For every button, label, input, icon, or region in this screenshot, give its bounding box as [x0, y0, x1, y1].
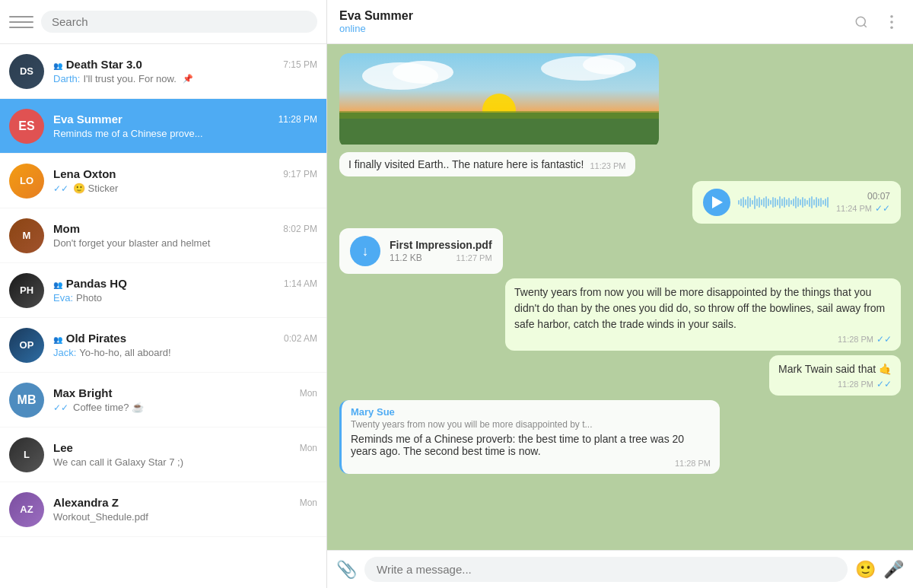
- waveform-bar: [779, 196, 781, 208]
- group-icon-death-star: 👥: [53, 62, 65, 70]
- chat-header: Eva Summer online: [327, 0, 913, 44]
- group-icon-old-pirates: 👥: [53, 335, 65, 344]
- voice-message: 00:07 11:24 PM ✓✓: [692, 181, 901, 224]
- chat-name-row-pandas-hq: 👥 Pandas HQ1:14 AM: [53, 277, 317, 290]
- voice-time: 11:24 PM: [836, 204, 872, 213]
- chat-item-lena-oxton[interactable]: LOLena Oxton9:17 PM✓✓ 🙂 Sticker: [0, 154, 326, 208]
- attach-icon[interactable]: 📎: [336, 560, 357, 580]
- chat-info-eva-summer: Eva Summer11:28 PMReminds me of a Chines…: [53, 113, 317, 139]
- msg-time-1: 11:28 PM: [838, 335, 873, 344]
- waveform-bar: [804, 199, 806, 206]
- voice-duration: 00:07: [867, 191, 890, 202]
- emoji-icon[interactable]: 🙂: [855, 560, 876, 580]
- search-chat-icon[interactable]: [852, 13, 870, 31]
- play-button[interactable]: [703, 189, 730, 216]
- svg-line-1: [864, 24, 866, 27]
- waveform-bar: [795, 196, 797, 208]
- waveform-bar: [754, 195, 756, 209]
- chat-item-mom[interactable]: MMom8:02 PMDon't forget your blaster and…: [0, 208, 326, 263]
- search-input[interactable]: [52, 15, 307, 28]
- avatar-death-star: DS: [9, 54, 44, 89]
- mic-icon[interactable]: 🎤: [883, 560, 904, 580]
- waveform-bar: [752, 200, 753, 205]
- file-time: 11:27 PM: [456, 253, 491, 262]
- menu-icon[interactable]: [9, 10, 33, 34]
- chat-info-pandas-hq: 👥 Pandas HQ1:14 AMEva: Photo: [53, 277, 317, 304]
- download-button[interactable]: ↓: [350, 236, 380, 266]
- chat-item-lee[interactable]: LLeeMonWe can call it Galaxy Star 7 ;): [0, 427, 326, 482]
- waveform-bar: [806, 200, 808, 205]
- chat-item-max-bright[interactable]: MBMax BrightMon✓✓ Coffee time? ☕: [0, 373, 326, 427]
- waveform-bar: [822, 200, 824, 205]
- caption-message: I finally visited Earth.. The nature her…: [339, 152, 635, 176]
- chat-preview-pandas-hq: Eva: Photo: [53, 292, 317, 304]
- chat-item-pandas-hq[interactable]: PH👥 Pandas HQ1:14 AMEva: Photo: [0, 263, 326, 318]
- outgoing-message-1: Twenty years from now you will be more d…: [505, 278, 901, 351]
- header-actions: [852, 13, 901, 31]
- chat-preview-eva-summer: Reminds me of a Chinese prove...: [53, 128, 317, 139]
- waveform-bar: [816, 197, 817, 208]
- chat-name-row-mom: Mom8:02 PM: [53, 222, 317, 235]
- chat-preview-mom: Don't forget your blaster and helmet: [53, 237, 317, 249]
- quote-message: Mary Sue Twenty years from now you will …: [339, 400, 720, 474]
- waveform-bar: [813, 199, 815, 205]
- avatar-eva-summer: ES: [9, 109, 44, 144]
- search-box[interactable]: [41, 11, 317, 33]
- more-options-icon[interactable]: [883, 13, 901, 31]
- message-text-1: Twenty years from now you will be more d…: [514, 284, 892, 332]
- sidebar-header: [0, 0, 326, 44]
- waveform-bar: [781, 199, 783, 206]
- outgoing-message-2: Mark Twain said that 🤙 11:28 PM ✓✓: [769, 355, 901, 396]
- chat-sender-death-star: Darth:: [53, 73, 80, 84]
- waveform-bar: [756, 199, 758, 206]
- chat-sender-pandas-hq: Eva:: [53, 292, 73, 304]
- chat-item-death-star[interactable]: DS👥 Death Star 3.07:15 PMDarth: I'll tru…: [0, 44, 326, 99]
- chat-input-bar: 📎 🙂 🎤: [327, 550, 913, 588]
- waveform-bar: [827, 197, 829, 208]
- quote-time: 11:28 PM: [675, 459, 711, 468]
- waveform-bar: [820, 198, 822, 207]
- svg-point-0: [856, 17, 865, 26]
- chat-item-old-pirates[interactable]: OP👥 Old Pirates0:02 AMJack: Yo-ho-ho, al…: [0, 318, 326, 373]
- read-check-lena-oxton: ✓✓: [53, 183, 68, 194]
- waveform-bar: [765, 196, 767, 208]
- waveform-bar: [777, 199, 778, 205]
- chat-item-alexandra-z[interactable]: AZAlexandra ZMonWorkout_Shedule.pdf: [0, 482, 326, 537]
- chat-time-alexandra-z: Mon: [300, 497, 317, 508]
- chat-name-eva-summer: Eva Summer: [53, 113, 122, 126]
- chat-item-eva-summer[interactable]: ESEva Summer11:28 PMReminds me of a Chin…: [0, 99, 326, 154]
- waveform-bar: [743, 197, 744, 208]
- svg-point-10: [583, 55, 636, 75]
- waveform-bar: [775, 198, 776, 207]
- message-footer-1: 11:28 PM ✓✓: [514, 334, 892, 345]
- chat-time-eva-summer: 11:28 PM: [278, 114, 317, 125]
- message-input[interactable]: [364, 557, 848, 582]
- avatar-old-pirates: OP: [9, 328, 44, 363]
- chat-name-row-lena-oxton: Lena Oxton9:17 PM: [53, 167, 317, 180]
- waveform-bar: [784, 197, 785, 208]
- waveform-bar: [797, 198, 799, 207]
- waveform-bar: [745, 199, 746, 205]
- chat-time-death-star: 7:15 PM: [283, 59, 317, 70]
- file-name: First Impression.pdf: [390, 239, 492, 251]
- chat-name-mom: Mom: [53, 222, 80, 235]
- waveform-bar: [800, 199, 801, 205]
- download-icon: ↓: [362, 243, 369, 259]
- play-icon: [712, 196, 723, 208]
- chat-info-old-pirates: 👥 Old Pirates0:02 AMJack: Yo-ho-ho, all …: [53, 332, 317, 358]
- chat-time-lee: Mon: [300, 443, 317, 453]
- chat-area: Eva Summer online: [327, 0, 913, 588]
- svg-rect-12: [339, 111, 659, 119]
- waveform: [738, 193, 829, 211]
- chat-info-alexandra-z: Alexandra ZMonWorkout_Shedule.pdf: [53, 496, 317, 523]
- chat-preview-lena-oxton: ✓✓ 🙂 Sticker: [53, 183, 317, 194]
- file-info: First Impression.pdf 11.2 KB 11:27 PM: [390, 239, 492, 263]
- chat-header-status: online: [339, 23, 852, 34]
- chat-preview-max-bright: ✓✓ Coffee time? ☕: [53, 402, 317, 413]
- waveform-bar: [788, 198, 790, 207]
- avatar-pandas-hq: PH: [9, 273, 44, 308]
- waveform-bar: [793, 199, 794, 206]
- waveform-bar: [791, 200, 792, 205]
- chat-info-death-star: 👥 Death Star 3.07:15 PMDarth: I'll trust…: [53, 58, 317, 84]
- waveform-bar: [825, 199, 826, 206]
